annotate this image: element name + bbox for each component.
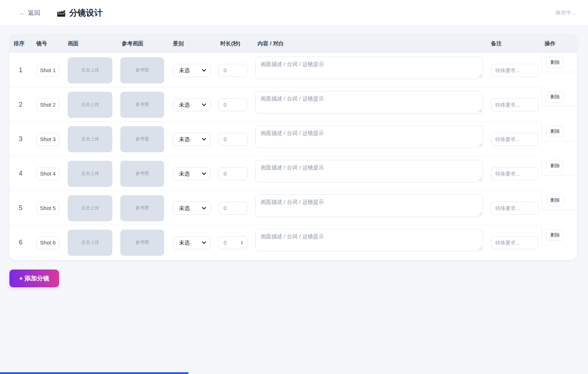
header-duration: 时长(秒) <box>218 40 255 47</box>
reference-image-area[interactable]: 参考图 <box>120 126 164 152</box>
storyboard-table: 排序 镜号 画面 参考画面 景别 时长(秒) 内容 / 对白 备注 操作 1 点… <box>9 34 577 260</box>
shot-number-input[interactable] <box>36 133 59 146</box>
reference-image-area[interactable]: 参考图 <box>120 161 164 187</box>
delete-row-button[interactable]: 删除 <box>546 160 564 172</box>
header-reference: 参考画面 <box>120 40 173 47</box>
shot-number-input[interactable] <box>36 202 59 215</box>
reference-image-area[interactable]: 参考图 <box>120 230 164 256</box>
note-input[interactable] <box>491 202 539 215</box>
saving-status: 保存中... <box>555 9 588 16</box>
header-scene: 景别 <box>173 40 218 47</box>
duration-input[interactable] <box>218 98 247 111</box>
shot-number-input[interactable] <box>36 64 59 77</box>
back-label: 返回 <box>28 9 40 17</box>
row-order-number: 6 <box>9 239 22 246</box>
scene-type-select[interactable]: 未选 <box>173 98 211 111</box>
shot-number-input[interactable] <box>36 167 59 180</box>
delete-row-button[interactable]: 删除 <box>546 229 564 241</box>
note-input[interactable] <box>491 98 539 111</box>
duration-input[interactable] <box>218 167 247 180</box>
back-button[interactable]: ← 返回 <box>19 9 40 17</box>
note-input[interactable] <box>491 167 539 180</box>
frame-upload-area[interactable]: 点击上传 <box>68 126 112 152</box>
table-body: 1 点击上传 参考图 未选 ▲▼ <box>9 53 577 260</box>
shot-number-input[interactable] <box>36 98 59 111</box>
scene-type-select[interactable]: 未选 <box>173 64 211 77</box>
content-dialogue-textarea[interactable] <box>255 126 483 148</box>
content-dialogue-textarea[interactable] <box>255 229 483 251</box>
content-dialogue-textarea[interactable] <box>255 160 483 182</box>
header-actions: 操作 <box>542 40 577 47</box>
header-note: 备注 <box>491 40 542 47</box>
number-spinner[interactable]: ▲▼ <box>241 240 243 245</box>
scene-type-select[interactable]: 未选 <box>173 236 211 249</box>
top-app-bar: ← 返回 分镜设计 保存中... <box>0 0 588 26</box>
content-dialogue-textarea[interactable] <box>255 194 483 217</box>
delete-row-button[interactable]: 删除 <box>546 57 564 68</box>
table-row: 1 点击上传 参考图 未选 ▲▼ <box>9 53 577 87</box>
duration-input[interactable] <box>218 202 247 215</box>
table-row: 4 点击上传 参考图 未选 ▲▼ <box>9 156 577 191</box>
content-dialogue-textarea[interactable] <box>255 91 483 114</box>
scene-type-select[interactable]: 未选 <box>173 202 211 215</box>
reference-image-area[interactable]: 参考图 <box>120 57 164 83</box>
row-order-number: 2 <box>9 101 22 108</box>
delete-row-button[interactable]: 删除 <box>546 194 564 206</box>
scene-type-select[interactable]: 未选 <box>173 133 211 146</box>
header-shot: 镜号 <box>36 40 68 47</box>
shot-number-input[interactable] <box>36 236 59 249</box>
left-arrow-icon: ← <box>19 9 25 17</box>
header-sort: 排序 <box>9 40 36 47</box>
reference-image-area[interactable]: 参考图 <box>120 195 164 221</box>
row-order-number: 5 <box>9 204 22 212</box>
note-input[interactable] <box>491 133 539 146</box>
header-content: 内容 / 对白 <box>255 40 491 47</box>
table-row: 2 点击上传 参考图 未选 ▲▼ <box>9 87 577 122</box>
page-title: 分镜设计 <box>69 7 103 19</box>
row-order-number: 3 <box>9 135 22 143</box>
duration-input[interactable] <box>218 64 247 77</box>
bottom-scroll-strip <box>0 372 188 374</box>
table-row: 3 点击上传 参考图 未选 ▲▼ <box>9 122 577 156</box>
content-dialogue-textarea[interactable] <box>255 57 483 79</box>
duration-input[interactable] <box>218 133 247 146</box>
table-row: 6 点击上传 参考图 未选 ▲▼ <box>9 225 577 260</box>
frame-upload-area[interactable]: 点击上传 <box>68 161 112 187</box>
add-shot-button[interactable]: + 添加分镜 <box>9 270 59 287</box>
delete-row-button[interactable]: 删除 <box>546 126 564 137</box>
frame-upload-area[interactable]: 点击上传 <box>68 230 112 256</box>
row-order-number: 4 <box>9 170 22 177</box>
note-input[interactable] <box>491 64 539 77</box>
scene-type-select[interactable]: 未选 <box>173 167 211 180</box>
frame-upload-area[interactable]: 点击上传 <box>68 195 112 221</box>
header-frame: 画面 <box>68 40 120 47</box>
table-header-row: 排序 镜号 画面 参考画面 景别 时长(秒) 内容 / 对白 备注 操作 <box>9 34 577 53</box>
table-row: 5 点击上传 参考图 未选 ▲▼ <box>9 191 577 225</box>
reference-image-area[interactable]: 参考图 <box>120 92 164 118</box>
clapper-board-icon <box>57 8 66 18</box>
frame-upload-area[interactable]: 点击上传 <box>68 57 112 83</box>
row-order-number: 1 <box>9 66 22 74</box>
note-input[interactable] <box>491 236 539 249</box>
frame-upload-area[interactable]: 点击上传 <box>68 92 112 118</box>
delete-row-button[interactable]: 删除 <box>546 91 564 103</box>
